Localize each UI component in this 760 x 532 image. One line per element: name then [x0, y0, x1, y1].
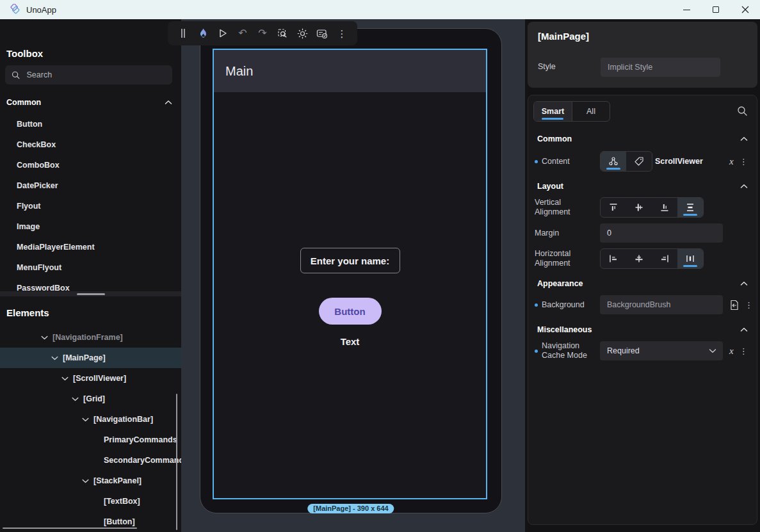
toolbox-search[interactable]: [5, 65, 172, 85]
design-button[interactable]: Button: [319, 298, 382, 325]
navigation-cache-mode-dropdown[interactable]: Required: [600, 341, 723, 360]
search-input[interactable]: [27, 70, 166, 79]
section-label: Common: [6, 98, 41, 107]
redo-button[interactable]: ↷: [255, 25, 270, 42]
common-section-header[interactable]: Common: [537, 131, 748, 147]
value-set-dot: [535, 160, 538, 163]
design-textblock[interactable]: Text: [341, 336, 360, 347]
binding-x-icon[interactable]: x: [729, 157, 734, 166]
more-kebab-icon[interactable]: ⋮: [740, 157, 748, 166]
horizontal-alignment-switch: [600, 248, 704, 269]
chevron-down-icon[interactable]: [61, 376, 73, 381]
close-button[interactable]: [731, 0, 760, 19]
tree-item[interactable]: [ScrollViewer]: [0, 368, 181, 389]
toolbox-item[interactable]: ComboBox: [0, 155, 181, 175]
miscellaneous-section-header[interactable]: Miscellaneous: [537, 322, 748, 337]
design-textbox[interactable]: Enter your name:: [300, 248, 400, 273]
tree-item[interactable]: [NavigationFrame]: [0, 327, 181, 348]
valign-center-button[interactable]: [626, 198, 652, 217]
properties-search-button[interactable]: [737, 106, 748, 117]
selection-size-badge: [MainPage] - 390 x 644: [307, 504, 394, 513]
floating-toolbar: ↶ ↷ ⋮: [168, 21, 357, 45]
chevron-down-icon[interactable]: [41, 335, 53, 340]
element-inspect-button[interactable]: [275, 25, 290, 42]
content-tag-button[interactable]: [626, 152, 652, 171]
toolbox-section-header[interactable]: Common: [6, 98, 172, 107]
background-input[interactable]: BackgroundBrush: [600, 295, 723, 314]
splitter-grip: [77, 293, 105, 295]
chevron-down-icon[interactable]: [82, 479, 93, 483]
element-inspect-icon: [277, 28, 288, 39]
tree-item[interactable]: [Button]: [0, 512, 181, 532]
chevron-up-icon[interactable]: [740, 281, 748, 286]
halign-right-button[interactable]: [652, 249, 677, 268]
chevron-up-icon[interactable]: [740, 184, 748, 189]
play-button[interactable]: [215, 25, 230, 42]
tree-item[interactable]: [MainPage]: [0, 348, 181, 368]
hot-reload-button[interactable]: [195, 25, 211, 42]
toolbox-item[interactable]: Flyout: [0, 196, 181, 216]
align-vertical-center-icon: [634, 202, 644, 213]
valign-stretch-button[interactable]: [677, 198, 703, 217]
valign-top-button[interactable]: [601, 198, 626, 217]
valign-bottom-button[interactable]: [652, 198, 677, 217]
theme-toggle-button[interactable]: [295, 25, 310, 42]
appearance-section-header[interactable]: Appearance: [537, 276, 748, 291]
align-left-icon: [608, 254, 619, 264]
tree-item[interactable]: PrimaryCommands: [0, 430, 181, 450]
halign-center-button[interactable]: [626, 249, 652, 268]
minimize-button[interactable]: [672, 0, 701, 19]
margin-input[interactable]: 0: [600, 223, 723, 243]
toolbox-item[interactable]: MediaPlayerElement: [0, 237, 181, 257]
binding-x-icon[interactable]: x: [729, 346, 734, 356]
navigation-bar[interactable]: Main: [214, 50, 486, 92]
mainpage-surface[interactable]: Main Enter your name: Button Text: [214, 50, 486, 498]
layout-section-header[interactable]: Layout: [537, 179, 748, 194]
more-kebab-icon[interactable]: ⋮: [745, 301, 753, 309]
tree-vertical-scrollbar[interactable]: [176, 394, 177, 530]
tab-all[interactable]: All: [572, 102, 610, 121]
property-tabs: Smart All: [533, 101, 610, 122]
toolbox-item[interactable]: CheckBox: [0, 134, 181, 155]
chevron-down-icon[interactable]: [82, 417, 93, 422]
horizontal-alignment-row: Horizontal Alignment: [528, 248, 758, 269]
style-input[interactable]: Implicit Style: [601, 58, 720, 77]
tab-smart[interactable]: Smart: [534, 102, 572, 121]
tree-item[interactable]: [StackPanel]: [0, 471, 181, 491]
content-editor-switch: [600, 151, 652, 172]
chevron-up-icon[interactable]: [740, 327, 748, 332]
halign-left-button[interactable]: [601, 249, 626, 268]
form-factor-button[interactable]: [314, 25, 330, 42]
panel-splitter[interactable]: [0, 291, 181, 296]
undo-button[interactable]: ↶: [235, 25, 250, 42]
tree-horizontal-scrollbar[interactable]: [3, 528, 137, 529]
value-set-dot: [535, 303, 538, 307]
toolbox-item[interactable]: Button: [0, 114, 181, 134]
vertical-alignment-row: Vertical Alignment: [528, 197, 758, 218]
chevron-down-icon[interactable]: [51, 356, 63, 360]
toolbox-item[interactable]: MenuFlyout: [0, 257, 181, 278]
navigation-cache-mode-label: Navigation Cache Mode: [542, 341, 590, 360]
toolbar-drag-handle[interactable]: [175, 25, 191, 42]
chevron-up-icon[interactable]: [165, 100, 172, 105]
background-label: Background: [542, 300, 585, 310]
tree-item[interactable]: [TextBox]: [0, 491, 181, 512]
more-kebab-icon: ⋮: [337, 29, 347, 38]
titlebar: UnoApp: [0, 0, 760, 19]
tree-item[interactable]: [NavigationBar]: [0, 409, 181, 430]
chevron-down-icon[interactable]: [72, 397, 83, 401]
more-kebab-icon[interactable]: ⋮: [740, 347, 748, 355]
halign-stretch-button[interactable]: [677, 249, 703, 268]
toolbox-item[interactable]: Image: [0, 216, 181, 237]
tree-item[interactable]: SecondaryCommands: [0, 450, 181, 471]
toolbar-more-button[interactable]: ⋮: [334, 25, 350, 42]
drag-handle-icon: [181, 29, 185, 38]
content-element-button[interactable]: [601, 152, 626, 171]
resource-icon[interactable]: [729, 300, 739, 310]
selected-page-outline[interactable]: Main Enter your name: Button Text: [213, 49, 487, 499]
maximize-button[interactable]: [701, 0, 731, 19]
toolbox-item[interactable]: DatePicker: [0, 175, 181, 196]
navigation-cache-mode-row: Navigation Cache Mode Required x ⋮: [528, 341, 758, 360]
chevron-up-icon[interactable]: [740, 136, 748, 141]
tree-item[interactable]: [Grid]: [0, 389, 181, 409]
